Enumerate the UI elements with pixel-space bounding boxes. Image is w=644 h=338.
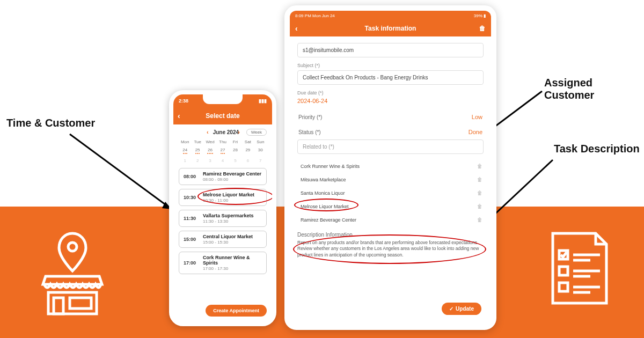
day-label: Sat	[241, 139, 254, 144]
appointment-item[interactable]: 08:00 Ramirez Beverage Center08:00 - 09:…	[179, 168, 267, 185]
appointment-sub: 08:00 - 09:00	[203, 177, 261, 182]
label-time-customer: Time & Customer	[6, 117, 95, 129]
tablet-title: Task information	[365, 25, 416, 32]
email-field[interactable]: s1@insitumobile.com	[297, 43, 484, 57]
trash-icon[interactable]: 🗑	[477, 217, 482, 223]
phone-clock: 2:38	[179, 98, 188, 104]
day-label: Sun	[254, 139, 267, 144]
tablet-status-left: 8:09 PM Mon Jun 24	[295, 13, 335, 18]
calendar-day[interactable]: 24	[179, 146, 191, 155]
priority-row[interactable]: Priority (*) Low	[297, 109, 484, 124]
svg-line-0	[70, 134, 172, 209]
appointment-title: Vallarta Supermarkets	[203, 213, 254, 218]
signal-icon: ▮▮▮	[259, 98, 267, 104]
appointment-sub: 17:00 - 17:30	[203, 266, 262, 271]
status-row[interactable]: Status (*) Done	[297, 124, 484, 139]
calendar-row: 1 2 3 4 5 6 7	[179, 157, 267, 164]
phone-title: Select date	[206, 112, 239, 120]
label-assigned-customer: Assigned Customer	[544, 77, 644, 101]
calendar-day[interactable]: 26	[204, 146, 216, 155]
tablet-status-bar: 8:09 PM Mon Jun 24 39% ▮	[290, 11, 491, 20]
trash-icon[interactable]: 🗑	[477, 190, 482, 196]
appointment-sub: 10:30 - 11:00	[203, 198, 254, 203]
svg-rect-7	[48, 292, 97, 314]
trash-icon[interactable]: 🗑	[479, 25, 486, 32]
label-task-description: Task Description	[554, 143, 640, 155]
phone-mockup: 2:38 ▮▮▮ ‹ Select date ‹ June 2024 Week …	[169, 90, 276, 326]
calendar-day[interactable]: 2	[191, 157, 203, 164]
next-month-icon[interactable]: ›	[238, 129, 240, 135]
update-button[interactable]: ✓ Update	[442, 303, 481, 315]
calendar-day[interactable]: 3	[204, 157, 216, 164]
calendar-day[interactable]: 29	[241, 146, 254, 155]
calendar-day[interactable]: 28	[229, 146, 241, 155]
check-icon: ✓	[449, 306, 453, 312]
description-heading: Description Information	[297, 232, 484, 238]
appointment-sub: 15:00 - 15:30	[203, 240, 253, 245]
svg-rect-8	[54, 298, 63, 314]
day-label: Wed	[204, 139, 216, 144]
tablet-status-right: 39% ▮	[474, 13, 486, 18]
checklist-icon	[547, 228, 612, 308]
appointment-time: 17:00	[184, 260, 197, 266]
svg-rect-9	[70, 298, 91, 308]
appointment-item[interactable]: 11:30 Vallarta Supermarkets11:30 - 13:30	[179, 210, 267, 227]
appointment-title: Ramirez Beverage Center	[203, 171, 261, 177]
create-appointment-button[interactable]: Create Appointment	[206, 305, 267, 317]
tablet-mockup: 8:09 PM Mon Jun 24 39% ▮ ‹ Task informat…	[284, 5, 496, 330]
trash-icon[interactable]: 🗑	[477, 163, 482, 169]
status-label: Status (*)	[298, 129, 321, 135]
related-item[interactable]: Melrose Liquor Market🗑	[297, 200, 484, 213]
appointment-title: Central Liquor Market	[203, 234, 253, 239]
related-item[interactable]: Cork Runner Wine & Spirits🗑	[297, 159, 484, 173]
related-item[interactable]: Ramirez Beverage Center🗑	[297, 213, 484, 226]
tablet-header: ‹ Task information 🗑	[290, 20, 491, 36]
back-icon[interactable]: ‹	[178, 112, 180, 120]
calendar-day[interactable]: 4	[216, 157, 229, 164]
calendar-day[interactable]: 25	[191, 146, 203, 155]
appointment-time: 08:00	[184, 174, 197, 179]
trash-icon[interactable]: 🗑	[477, 177, 482, 182]
day-label: Mon	[179, 139, 191, 144]
calendar-day[interactable]: 1	[179, 157, 191, 164]
svg-point-6	[68, 243, 77, 251]
appointment-item[interactable]: 10:30 Melrose Liquor Market10:30 - 11:00	[179, 189, 267, 206]
svg-rect-11	[559, 267, 568, 275]
subject-label: Subject (*)	[297, 63, 484, 68]
back-icon[interactable]: ‹	[295, 24, 298, 33]
day-label: Tue	[191, 139, 203, 144]
arrow-time-customer	[64, 129, 182, 220]
appointment-time: 11:30	[184, 216, 197, 221]
priority-label: Priority (*)	[298, 114, 322, 120]
appointment-item[interactable]: 17:00 Cork Runner Wine & Spirits17:00 - …	[179, 252, 267, 274]
related-to-field[interactable]: Related to (*)	[297, 139, 484, 154]
month-selector: ‹ June 2024 Week ›	[179, 129, 267, 135]
svg-rect-12	[559, 283, 568, 291]
subject-field[interactable]: Collect Feedback On Products - Bang Ener…	[297, 70, 484, 85]
appointment-item[interactable]: 15:00 Central Liquor Market15:00 - 15:30	[179, 231, 267, 248]
calendar-day[interactable]: 5	[229, 157, 241, 164]
related-item[interactable]: Mitsuwa Marketplace🗑	[297, 173, 484, 186]
trash-icon[interactable]: 🗑	[477, 203, 482, 209]
appointment-title: Cork Runner Wine & Spirits	[203, 255, 262, 266]
appointment-title: Melrose Liquor Market	[203, 192, 254, 197]
calendar-day[interactable]: 6	[241, 157, 254, 164]
month-label: June 2024	[213, 129, 239, 135]
calendar-row: 24 25 26 27 28 29 30	[179, 146, 267, 155]
description-text: Report on any products and/or brands tha…	[297, 240, 484, 258]
prev-month-icon[interactable]: ‹	[207, 129, 209, 135]
phone-notch	[203, 94, 243, 104]
related-item[interactable]: Santa Monica Liquor🗑	[297, 186, 484, 200]
due-date-value[interactable]: 2024-06-24	[297, 98, 484, 104]
day-label: Thu	[216, 139, 229, 144]
appointment-time: 15:00	[184, 237, 197, 242]
week-toggle[interactable]: Week	[246, 129, 267, 136]
calendar-day[interactable]: 7	[254, 157, 267, 164]
day-label: Fri	[229, 139, 241, 144]
weekday-header: Mon Tue Wed Thu Fri Sat Sun	[179, 139, 267, 144]
status-value: Done	[469, 129, 482, 135]
appointment-time: 10:30	[184, 195, 197, 200]
calendar-day[interactable]: 27	[216, 146, 229, 155]
due-date-label: Due date (*)	[297, 90, 484, 95]
calendar-day[interactable]: 30	[254, 146, 267, 155]
